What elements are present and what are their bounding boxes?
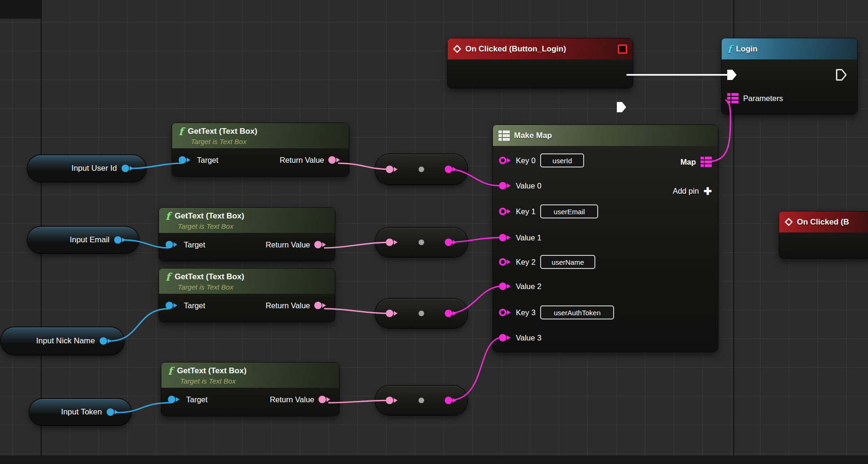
parameters-map-pin[interactable]: [727, 93, 738, 103]
add-pin-label: Add pin: [673, 187, 699, 196]
return-value-label: Return Value: [280, 156, 324, 165]
key-1-label: Key 1: [516, 207, 535, 216]
node-title: Make Map: [514, 131, 552, 140]
return-value-pin[interactable]: [328, 156, 342, 164]
target-label: Target: [184, 301, 205, 310]
make-map-row-add-pin: Add pin ✚: [499, 183, 712, 199]
key-1-field[interactable]: [540, 204, 598, 218]
reroute-dot-icon: [419, 398, 424, 403]
node-title: GetText (Text Box): [177, 366, 246, 376]
target-pin[interactable]: [179, 156, 193, 164]
value-1-label: Value 1: [516, 233, 542, 242]
on-clicked-button-login-node[interactable]: On Clicked (Button_Login): [448, 38, 633, 88]
gettext-node-1[interactable]: f GetText (Text Box) Target is Text Box …: [172, 123, 349, 176]
make-map-row-key-3: Key 3: [499, 304, 712, 320]
target-label: Target: [186, 395, 208, 404]
variable-label: Input Nick Name: [36, 336, 95, 346]
make-map-row-map-out: Map: [499, 154, 712, 170]
gettext-node-4[interactable]: f GetText (Text Box) Target is Text Box …: [161, 362, 339, 416]
blueprint-graph-canvas[interactable]: Input User Id Input Email Input Nick Nam…: [0, 0, 868, 464]
node-title: On Clicked (B: [797, 218, 849, 227]
exec-out-pin[interactable]: [616, 101, 627, 113]
reroute-dot-icon: [419, 239, 424, 245]
return-value-label: Return Value: [266, 301, 310, 310]
make-map-row-value-3: Value 3: [499, 330, 712, 346]
function-f-icon: f: [727, 44, 731, 54]
node-subtitle: Target is Text Box: [180, 377, 333, 385]
make-map-icon: [499, 130, 510, 141]
target-label: Target: [197, 156, 218, 165]
variable-label: Input User Id: [72, 164, 117, 173]
value-1-pin[interactable]: [499, 234, 513, 241]
function-f-icon: f: [168, 366, 172, 376]
key-2-field[interactable]: [540, 255, 595, 269]
function-f-icon: f: [179, 126, 183, 137]
gettext-node-3[interactable]: f GetText (Text Box) Target is Text Box …: [159, 268, 335, 322]
key-3-field[interactable]: [540, 305, 614, 319]
grid-origin-box: [0, 0, 41, 19]
return-value-label: Return Value: [266, 240, 310, 249]
variable-label: Input Token: [61, 407, 102, 417]
node-subtitle: Target is Text Box: [178, 222, 328, 230]
parameters-pin-label: Parameters: [743, 94, 783, 103]
return-value-pin[interactable]: [314, 302, 328, 309]
key-2-pin[interactable]: [499, 258, 513, 266]
target-pin[interactable]: [166, 302, 180, 309]
make-map-row-value-2: Value 2: [499, 278, 712, 294]
make-map-row-value-1: Value 1: [499, 230, 712, 246]
node-subtitle: Target is Text Box: [178, 283, 328, 291]
key-1-pin[interactable]: [499, 208, 513, 215]
variable-node-input-token[interactable]: Input Token: [29, 399, 131, 425]
value-2-pin[interactable]: [499, 283, 513, 290]
delegate-pin[interactable]: [618, 44, 627, 54]
key-3-pin[interactable]: [499, 309, 513, 316]
on-clicked-partial-node[interactable]: On Clicked (B: [779, 211, 868, 258]
function-f-icon: f: [166, 272, 170, 282]
node-title: GetText (Text Box): [188, 127, 257, 136]
key-2-label: Key 2: [516, 258, 535, 267]
variable-node-input-nick-name[interactable]: Input Nick Name: [1, 327, 124, 355]
event-diamond-icon: [785, 218, 793, 226]
node-title: GetText (Text Box): [174, 211, 244, 221]
make-map-row-key-1: Key 1: [499, 203, 712, 219]
make-map-node[interactable]: Make Map Key 0 Value 0 Key 1 Value 1 Key…: [493, 125, 718, 352]
add-pin-plus-icon[interactable]: ✚: [703, 186, 712, 196]
node-title: On Clicked (Button_Login): [465, 44, 566, 54]
value-3-pin[interactable]: [499, 334, 513, 341]
reroute-dot-icon: [419, 311, 424, 316]
gettext-node-2[interactable]: f GetText (Text Box) Target is Text Box …: [159, 208, 335, 261]
map-out-label: Map: [680, 158, 696, 167]
event-diamond-icon: [453, 45, 461, 53]
make-map-row-key-2: Key 2: [499, 254, 712, 270]
grid-bottom-strip: [0, 456, 868, 464]
variable-node-input-email[interactable]: Input Email: [28, 227, 138, 253]
value-2-label: Value 2: [516, 282, 542, 291]
target-pin[interactable]: [168, 396, 182, 403]
login-node[interactable]: f Login Parameters: [722, 38, 857, 114]
target-label: Target: [184, 240, 205, 249]
return-value-label: Return Value: [270, 395, 314, 404]
key-3-label: Key 3: [516, 308, 535, 317]
reroute-dot-icon: [419, 167, 424, 172]
variable-label: Input Email: [70, 235, 109, 245]
node-title: GetText (Text Box): [174, 272, 244, 282]
exec-out-pin[interactable]: [836, 69, 847, 81]
node-title: Login: [736, 44, 757, 54]
node-subtitle: Target is Text Box: [191, 138, 342, 145]
function-f-icon: f: [166, 211, 170, 221]
variable-node-input-user-id[interactable]: Input User Id: [28, 155, 146, 181]
value-3-label: Value 3: [516, 334, 542, 342]
